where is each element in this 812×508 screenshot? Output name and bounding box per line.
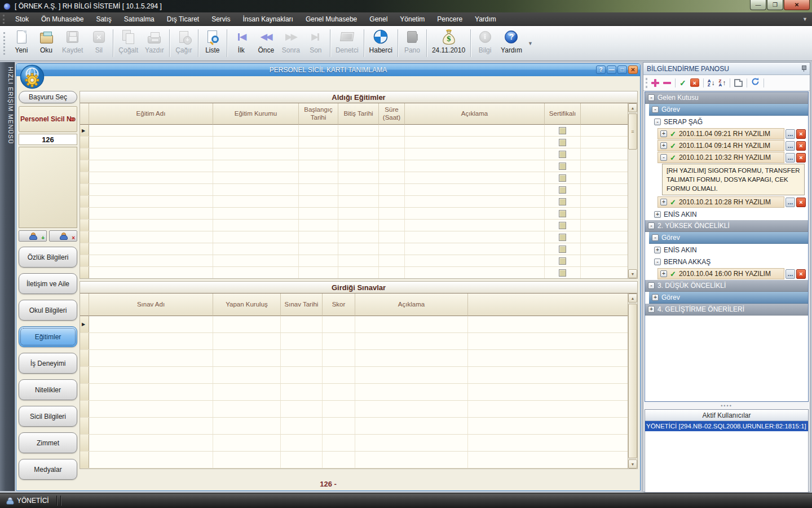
grid-cell[interactable] xyxy=(213,367,281,383)
grid-cell[interactable] xyxy=(468,418,628,434)
nav-nitelikler[interactable]: Nitelikler xyxy=(19,379,77,400)
inner-minimize-button[interactable]: — xyxy=(607,65,616,74)
grid-cell[interactable] xyxy=(281,333,323,349)
grid-row[interactable] xyxy=(80,333,628,350)
grid-cell[interactable] xyxy=(338,137,379,148)
grid-cell[interactable] xyxy=(89,267,213,278)
grid-cell[interactable] xyxy=(338,125,379,136)
menu-item-yonetim[interactable]: Yönetim xyxy=(394,15,431,23)
grid-row[interactable]: ▶ xyxy=(80,316,628,333)
sort-za-icon[interactable]: ZA↑ xyxy=(719,79,726,87)
grid-cell[interactable] xyxy=(355,367,468,383)
collapse-icon[interactable]: - xyxy=(660,154,667,161)
grid-cell[interactable] xyxy=(581,160,628,172)
row-selector[interactable] xyxy=(80,208,89,219)
grid-row[interactable] xyxy=(80,367,628,384)
grid-cell[interactable] xyxy=(213,137,299,148)
tree-group-gelen-kutusu[interactable]: - Gelen Kutusu xyxy=(645,92,808,104)
grid-cell[interactable] xyxy=(545,196,581,207)
menu-item-genel-muhasebe[interactable]: Genel Muhasebe xyxy=(299,15,363,23)
grid-cell[interactable] xyxy=(379,172,405,183)
grid-cell[interactable] xyxy=(89,220,213,231)
grid-cell[interactable] xyxy=(338,231,379,243)
tree-person-enis-akin[interactable]: + ENİS AKIN xyxy=(645,208,808,220)
sertifikali-checkbox[interactable] xyxy=(559,257,566,265)
sertifikali-checkbox[interactable] xyxy=(559,174,566,182)
grid-cell[interactable] xyxy=(213,418,281,434)
grid-cell[interactable] xyxy=(299,160,338,172)
grid-cell[interactable] xyxy=(213,172,299,183)
grid-cell[interactable] xyxy=(213,125,299,136)
tree-group-dusuk-oncelikli[interactable]: - 3. DÜŞÜK ÖNCELİKLİ xyxy=(645,280,808,292)
grid-row[interactable] xyxy=(80,231,628,243)
toolbar-cagir-button[interactable]: Çağır xyxy=(171,26,196,60)
grid-cell[interactable] xyxy=(355,316,468,332)
column-header-egitim-kurumu[interactable]: Eğitim Kurumu xyxy=(213,103,299,125)
grid-cell[interactable] xyxy=(581,208,628,219)
expand-icon[interactable]: + xyxy=(652,294,659,301)
grid-cell[interactable] xyxy=(379,220,405,231)
grid-cell[interactable] xyxy=(545,184,581,195)
collapse-icon[interactable]: - xyxy=(648,94,655,101)
grid-cell[interactable] xyxy=(468,333,628,349)
toolbar-once-button[interactable]: ◀◀ Önce xyxy=(254,26,279,60)
grid-cell[interactable] xyxy=(89,208,213,219)
grid-row[interactable]: ▶ xyxy=(80,125,628,137)
grid-cell[interactable] xyxy=(323,452,355,468)
grid-cell[interactable] xyxy=(213,208,299,219)
tree-task-gorev[interactable]: - Görev xyxy=(649,232,808,244)
collapse-icon[interactable]: - xyxy=(654,119,661,125)
grid-cell[interactable] xyxy=(405,184,545,195)
grid-cell[interactable] xyxy=(323,418,355,434)
grid-cell[interactable] xyxy=(281,316,323,332)
toolbar-yeni-button[interactable]: Yeni xyxy=(9,26,34,60)
grid-cell[interactable] xyxy=(299,208,338,219)
grid-row[interactable] xyxy=(80,148,628,160)
grid-cell[interactable] xyxy=(89,384,213,400)
message-delete-button[interactable]: × xyxy=(796,198,806,207)
grid-cell[interactable] xyxy=(299,255,338,266)
menu-item-satis[interactable]: Satış xyxy=(90,15,117,23)
grid-cell[interactable] xyxy=(89,435,213,451)
grid-cell[interactable] xyxy=(213,231,299,243)
cancel-icon[interactable]: × xyxy=(690,78,699,87)
row-selector[interactable] xyxy=(80,231,89,243)
row-selector[interactable] xyxy=(80,418,89,434)
row-selector[interactable] xyxy=(80,196,89,207)
sicil-no-value[interactable]: 126 xyxy=(19,134,77,145)
grid-cell[interactable] xyxy=(89,125,213,136)
row-selector[interactable] xyxy=(80,184,89,195)
sertifikali-checkbox[interactable] xyxy=(559,186,566,194)
grid-cell[interactable] xyxy=(213,384,281,400)
column-header-bitis-tarihi[interactable]: Bitiş Tarihi xyxy=(338,103,379,125)
grid-cell[interactable] xyxy=(89,255,213,266)
grid-cell[interactable] xyxy=(338,220,379,231)
tree-person-enis-akin[interactable]: + ENİS AKIN xyxy=(645,244,808,256)
toolbar-denetci-button[interactable]: Denetci xyxy=(332,26,362,60)
grid-cell[interactable] xyxy=(405,267,545,278)
grid-cell[interactable] xyxy=(379,255,405,266)
grid-cell[interactable] xyxy=(89,196,213,207)
grid-cell[interactable] xyxy=(355,350,468,366)
grid-cell[interactable] xyxy=(299,148,338,160)
column-header-aciklama[interactable]: Açıklama xyxy=(405,103,545,125)
message-detail-button[interactable]: … xyxy=(785,269,795,279)
toolbar-ilk-button[interactable]: ◀ İlk xyxy=(229,26,254,60)
menu-item-servis[interactable]: Servis xyxy=(205,15,236,23)
menu-item-dis-ticaret[interactable]: Dış Ticaret xyxy=(161,15,205,23)
grid-row[interactable] xyxy=(80,243,628,255)
column-header-baslangic-tarihi[interactable]: Başlangıç Tarihi xyxy=(299,103,338,125)
toolbar-pano-button[interactable]: Pano xyxy=(400,26,425,60)
toolbar-haberci-button[interactable]: Haberci xyxy=(366,26,396,60)
expand-icon[interactable]: + xyxy=(654,247,661,253)
grid-cell[interactable] xyxy=(581,255,628,266)
grid-cell[interactable] xyxy=(323,350,355,366)
nav-zimmet[interactable]: Zimmet xyxy=(19,432,77,453)
grid-cell[interactable] xyxy=(379,243,405,255)
grid-cell[interactable] xyxy=(338,196,379,207)
folder-icon[interactable] xyxy=(734,81,743,87)
toolbar-yazdir-button[interactable]: Yazdır xyxy=(142,26,167,60)
tree-message-row[interactable]: +✓2010.10.21 10:28 RH YAZILIM … × xyxy=(657,196,806,208)
menu-item-pencere[interactable]: Pencere xyxy=(431,15,469,23)
row-selector[interactable] xyxy=(80,401,89,417)
